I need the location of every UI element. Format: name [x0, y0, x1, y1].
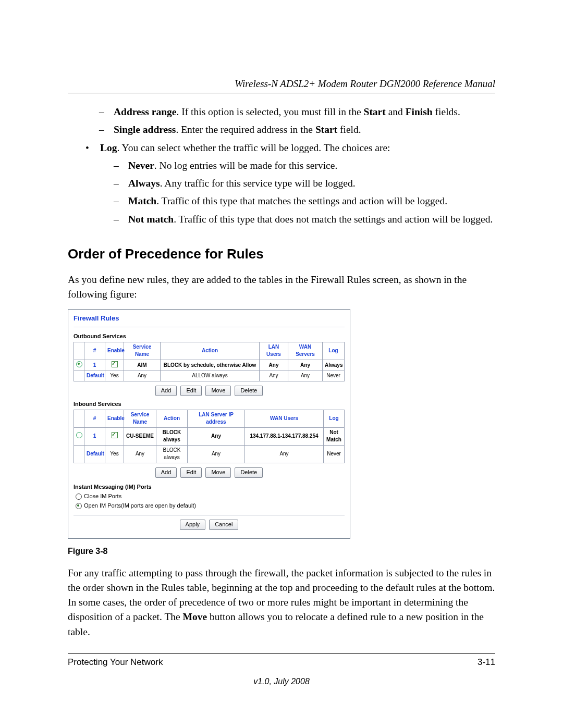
radio-icon — [76, 503, 82, 509]
footer-rule — [68, 653, 495, 654]
delete-button[interactable]: Delete — [235, 467, 263, 478]
footer-version: v1.0, July 2008 — [68, 677, 495, 686]
divider — [74, 515, 345, 515]
item-log: Log. You can select whether the traffic … — [85, 141, 495, 227]
apply-cancel-row: Apply Cancel — [74, 520, 345, 530]
row-enable[interactable] — [105, 427, 124, 445]
checkbox-icon — [112, 361, 118, 367]
list-log-options: Never. No log entries will be made for t… — [100, 158, 495, 227]
footer-right: 3-11 — [478, 657, 495, 668]
apply-button[interactable]: Apply — [180, 520, 206, 530]
body: Address range. If this option is selecte… — [68, 105, 495, 639]
outbound-row-default: Default Yes Any ALLOW always Any Any Nev… — [74, 371, 345, 381]
inbound-row-1: 1 CU-SEEME BLOCK always Any 134.177.88.1… — [74, 427, 345, 445]
figure-caption: Figure 3-8 — [68, 545, 495, 557]
outbound-buttons: Add Edit Move Delete — [74, 386, 345, 396]
outbound-header-row: # Enable Service Name Action LAN Users W… — [74, 342, 345, 360]
im-label: Instant Messaging (IM) Ports — [74, 483, 345, 491]
firewall-rules-figure: Firewall Rules Outbound Services # Enabl… — [68, 309, 350, 539]
col-lan: LAN Users — [260, 342, 288, 360]
inbound-buttons: Add Edit Move Delete — [74, 467, 345, 478]
inbound-header-row: # Enable Service Name Action LAN Server … — [74, 410, 345, 427]
row-radio[interactable] — [74, 427, 84, 445]
move-button[interactable]: Move — [205, 386, 231, 396]
inbound-table: # Enable Service Name Action LAN Server … — [74, 410, 345, 463]
page: Wireless-N ADSL2+ Modem Router DGN2000 R… — [0, 0, 563, 728]
col-num: # — [84, 342, 105, 360]
row-radio[interactable] — [74, 360, 84, 371]
cancel-button[interactable]: Cancel — [209, 520, 238, 530]
delete-button[interactable]: Delete — [235, 386, 263, 396]
inbound-row-default: Default Yes Any BLOCK always Any Any Nev… — [74, 445, 345, 463]
figure-title: Firewall Rules — [74, 314, 345, 327]
radio-icon — [76, 432, 82, 438]
intro-paragraph: As you define new rules, they are added … — [68, 273, 495, 302]
item-never: Never. No log entries will be made for t… — [114, 158, 495, 173]
header-rule — [68, 93, 495, 93]
checkbox-icon — [112, 432, 118, 438]
col-service: Service Name — [124, 342, 161, 360]
item-single-address: Single address. Enter the required addre… — [99, 122, 495, 137]
edit-button[interactable]: Edit — [180, 386, 202, 396]
col-select — [74, 342, 84, 360]
col-action: Action — [161, 342, 260, 360]
bottom-paragraph: For any traffic attempting to pass throu… — [68, 566, 495, 639]
im-close-option[interactable]: Close IM Ports — [76, 492, 345, 501]
item-match: Match. Traffic of this type that matches… — [114, 194, 495, 208]
edit-button[interactable]: Edit — [180, 467, 202, 478]
item-address-range: Address range. If this option is selecte… — [99, 105, 495, 119]
footer-left: Protecting Your Network — [68, 657, 163, 668]
footer: Protecting Your Network 3-11 v1.0, July … — [68, 653, 495, 686]
add-button[interactable]: Add — [155, 386, 177, 396]
move-button[interactable]: Move — [205, 467, 231, 478]
radio-icon — [76, 361, 82, 367]
col-log: Log — [323, 342, 345, 360]
sub-list-addresses: Address range. If this option is selecte… — [68, 105, 495, 138]
item-always: Always. Any traffic for this service typ… — [114, 176, 495, 191]
section-heading: Order of Precedence for Rules — [68, 244, 495, 264]
outbound-label: Outbound Services — [74, 332, 345, 341]
radio-icon — [76, 493, 82, 500]
outbound-row-1: 1 AIM BLOCK by schedule, otherwise Allow… — [74, 360, 345, 371]
col-enable: Enable — [105, 342, 124, 360]
inbound-label: Inbound Services — [74, 400, 345, 409]
list-log: Log. You can select whether the traffic … — [68, 141, 495, 227]
item-not-match: Not match. Traffic of this type that doe… — [114, 212, 495, 227]
running-header: Wireless-N ADSL2+ Modem Router DGN2000 R… — [68, 78, 495, 90]
col-wan: WAN Servers — [288, 342, 323, 360]
add-button[interactable]: Add — [155, 467, 177, 478]
outbound-table: # Enable Service Name Action LAN Users W… — [74, 342, 345, 381]
im-open-option[interactable]: Open IM Ports(IM ports are open by defau… — [76, 502, 345, 510]
row-enable[interactable] — [105, 360, 124, 371]
